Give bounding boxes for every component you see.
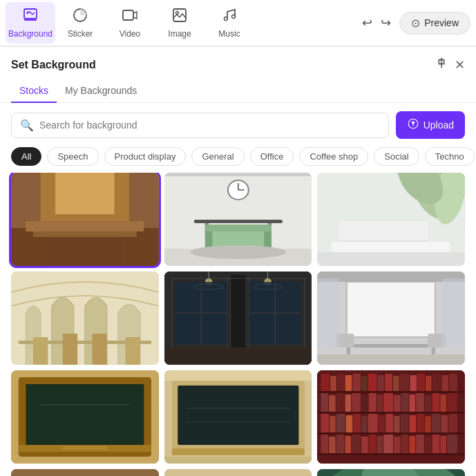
redo-button[interactable]: ↪: [381, 15, 391, 30]
toolbar-label-video: Video: [120, 29, 140, 39]
svg-rect-159: [383, 435, 393, 453]
toolbar-label-sticker: Sticker: [68, 29, 93, 39]
upload-label: Upload: [423, 120, 454, 131]
svg-rect-111: [410, 375, 417, 391]
svg-rect-130: [425, 395, 432, 412]
svg-rect-16: [26, 221, 144, 231]
background-item-12[interactable]: [317, 469, 465, 476]
svg-rect-116: [450, 374, 458, 391]
background-item-10[interactable]: [11, 469, 159, 476]
video-icon: [122, 7, 138, 26]
svg-rect-140: [368, 414, 378, 432]
search-box[interactable]: 🔍: [11, 113, 389, 138]
svg-rect-128: [410, 394, 416, 412]
svg-rect-44: [93, 334, 107, 365]
svg-rect-138: [354, 414, 361, 432]
background-item-3[interactable]: [317, 173, 465, 266]
close-button[interactable]: ✕: [455, 57, 465, 73]
svg-rect-119: [336, 393, 345, 412]
undo-button[interactable]: ↩: [362, 15, 372, 30]
background-item-2[interactable]: [164, 173, 312, 266]
pin-button[interactable]: [435, 57, 448, 73]
svg-rect-131: [432, 393, 440, 412]
svg-rect-124: [377, 394, 383, 412]
svg-rect-118: [329, 395, 336, 412]
toolbar-item-video[interactable]: Video: [105, 2, 155, 44]
chip-techno[interactable]: Techno: [425, 147, 475, 166]
undo-redo-group: ↩ ↪: [362, 15, 391, 30]
svg-rect-122: [361, 395, 368, 412]
svg-point-6: [176, 12, 179, 15]
background-item-9[interactable]: [317, 370, 465, 464]
chip-social[interactable]: Social: [374, 147, 419, 166]
image-grid: [0, 173, 476, 476]
preview-button[interactable]: ⊙ Preview: [399, 12, 470, 35]
svg-rect-141: [379, 415, 385, 432]
upload-button[interactable]: Upload: [396, 111, 465, 139]
svg-rect-106: [368, 374, 377, 391]
svg-rect-103: [345, 375, 352, 391]
toolbar-item-image[interactable]: Image: [155, 2, 204, 44]
svg-rect-158: [377, 436, 383, 453]
svg-rect-28: [204, 225, 271, 231]
toolbar-item-sticker[interactable]: Sticker: [55, 2, 105, 44]
svg-rect-113: [426, 376, 432, 391]
svg-rect-114: [432, 374, 441, 391]
set-background-panel: Set Background ✕ Stocks My Backgrounds 🔍: [0, 46, 476, 476]
chip-general[interactable]: General: [191, 147, 244, 166]
svg-rect-96: [317, 391, 465, 393]
svg-point-181: [361, 469, 421, 476]
chip-all[interactable]: All: [11, 147, 41, 166]
background-item-7[interactable]: [11, 370, 159, 464]
svg-rect-58: [164, 348, 312, 365]
svg-rect-132: [441, 394, 447, 412]
svg-rect-98: [317, 432, 465, 435]
tab-my-backgrounds[interactable]: My Backgrounds: [57, 79, 145, 103]
svg-rect-105: [361, 376, 368, 391]
background-item-5[interactable]: [164, 272, 312, 365]
image-icon: [171, 7, 188, 26]
chip-office[interactable]: Office: [250, 147, 294, 166]
search-row: 🔍 Upload: [0, 103, 476, 147]
svg-rect-110: [400, 374, 410, 391]
svg-rect-133: [447, 393, 457, 412]
svg-rect-129: [416, 393, 424, 412]
filter-row: All Speech Product display General Offic…: [0, 147, 476, 173]
svg-rect-104: [353, 374, 361, 391]
search-input[interactable]: [39, 120, 380, 131]
svg-rect-78: [317, 278, 339, 348]
svg-rect-160: [394, 437, 401, 453]
background-icon: [22, 7, 39, 26]
svg-rect-24: [193, 220, 282, 223]
svg-rect-157: [369, 435, 377, 453]
svg-point-2: [27, 12, 29, 14]
sticker-icon: [72, 7, 88, 26]
chip-product-display[interactable]: Product display: [104, 147, 187, 166]
chip-coffee-shop[interactable]: Coffee shop: [299, 147, 368, 166]
background-item-4[interactable]: [11, 272, 159, 365]
svg-rect-12: [55, 173, 114, 214]
toolbar-item-background[interactable]: Background: [6, 2, 55, 44]
svg-point-30: [190, 245, 286, 259]
svg-rect-166: [441, 436, 447, 453]
svg-rect-167: [447, 435, 457, 453]
svg-rect-153: [336, 435, 345, 453]
svg-rect-150: [448, 414, 457, 432]
background-item-11[interactable]: [164, 469, 312, 476]
svg-rect-18: [164, 173, 312, 176]
svg-rect-134: [321, 414, 330, 432]
chip-speech[interactable]: Speech: [47, 147, 98, 166]
background-item-8[interactable]: [164, 370, 312, 464]
toolbar-item-music[interactable]: Music: [204, 2, 254, 44]
toolbar: Background Sticker Video: [0, 0, 476, 46]
svg-rect-99: [317, 453, 465, 455]
svg-rect-123: [369, 393, 377, 412]
background-item-6[interactable]: [317, 272, 465, 365]
svg-rect-4: [123, 10, 133, 20]
svg-rect-115: [442, 375, 449, 391]
svg-rect-45: [126, 337, 140, 365]
svg-rect-142: [386, 414, 394, 432]
background-item-1[interactable]: [11, 173, 159, 266]
svg-rect-155: [352, 435, 361, 453]
tab-stocks[interactable]: Stocks: [11, 79, 57, 103]
